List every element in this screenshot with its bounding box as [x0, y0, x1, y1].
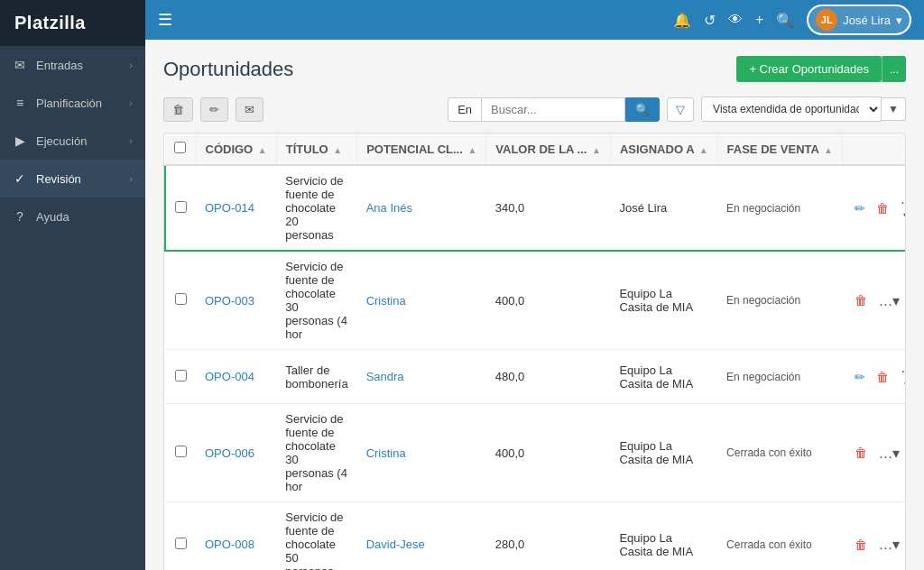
row-fase: Cerrada con éxito	[717, 404, 842, 502]
row-potencial-link[interactable]: David-Jese	[366, 538, 425, 551]
user-name: José Lira	[843, 14, 891, 27]
row-actions-cell: ✏ 🗑 …▾	[842, 350, 906, 404]
sidebar-item-label: Ayuda	[36, 210, 133, 224]
delete-row-button[interactable]: 🗑	[851, 536, 871, 554]
more-row-button[interactable]: …▾	[874, 534, 903, 555]
user-menu[interactable]: JL José Lira ▾	[807, 5, 911, 35]
row-id-link[interactable]: OPO-008	[205, 538, 254, 551]
sort-icon: ▲	[699, 145, 708, 155]
view-select-arrow[interactable]: ▼	[882, 97, 906, 121]
row-checkbox[interactable]	[175, 538, 187, 549]
col-codigo[interactable]: CÓDIGO ▲	[196, 133, 276, 165]
row-id: OPO-006	[196, 404, 276, 502]
search-input[interactable]	[481, 97, 625, 122]
more-row-button[interactable]: …▾	[896, 189, 906, 226]
lang-button[interactable]: En	[448, 97, 481, 122]
sort-icon: ▲	[467, 145, 476, 155]
row-actions-cell: 🗑 …▾	[842, 404, 906, 502]
search-icon[interactable]: 🔍	[776, 12, 794, 29]
entradas-icon: ✉	[13, 58, 27, 72]
row-asignado: Equipo La Casita de MIA	[610, 350, 717, 404]
row-fase: En negociación	[717, 350, 842, 404]
delete-row-button[interactable]: 🗑	[851, 444, 871, 462]
row-id: OPO-014	[196, 165, 276, 251]
more-row-button[interactable]: …▾	[874, 290, 903, 311]
delete-row-button[interactable]: 🗑	[873, 368, 892, 386]
create-oportunidades-button[interactable]: + Crear Oportunidades	[736, 56, 882, 82]
row-titulo: Taller de bombonería	[276, 350, 356, 404]
create-btn-wrapper: + Crear Oportunidades ...	[736, 56, 906, 82]
chevron-right-icon: ›	[129, 173, 133, 184]
row-id-link[interactable]: OPO-004	[205, 370, 254, 383]
row-potencial-link[interactable]: Cristina	[366, 294, 406, 308]
opportunities-table: CÓDIGO ▲ TÍTULO ▲ POTENCIAL CL... ▲ VALO…	[164, 133, 906, 570]
history-icon[interactable]: ↺	[704, 12, 716, 29]
row-id: OPO-008	[196, 502, 276, 571]
row-asignado: José Lira	[610, 165, 717, 251]
view-select[interactable]: Vista extendida de oportunidades [	[701, 97, 882, 122]
view-select-wrapper: Vista extendida de oportunidades [ ▼	[701, 97, 906, 122]
more-row-button[interactable]: …▾	[874, 443, 903, 464]
sidebar-item-label: Ejecución	[36, 134, 129, 148]
search-group: En 🔍	[448, 97, 660, 122]
avatar: JL	[816, 9, 837, 31]
sidebar-item-label: Entradas	[36, 59, 129, 72]
sidebar-item-ejecucion[interactable]: ▶ Ejecución ›	[0, 122, 145, 160]
view-icon[interactable]: 👁	[728, 12, 743, 28]
notification-icon[interactable]: 🔔	[673, 12, 691, 29]
sidebar-item-revision[interactable]: ✓ Revisión ›	[0, 160, 145, 198]
row-checkbox[interactable]	[175, 370, 187, 382]
hamburger-icon[interactable]: ☰	[158, 10, 172, 30]
row-potencial-link[interactable]: Sandra	[366, 370, 404, 383]
row-potencial: Ana Inés	[357, 165, 486, 251]
sidebar-item-ayuda[interactable]: ? Ayuda	[0, 198, 145, 235]
opportunities-table-wrapper: CÓDIGO ▲ TÍTULO ▲ POTENCIAL CL... ▲ VALO…	[163, 133, 906, 570]
search-button[interactable]: 🔍	[625, 97, 660, 122]
row-potencial-link[interactable]: Cristina	[366, 446, 406, 460]
planificacion-icon: ≡	[13, 96, 27, 110]
row-valor: 480,0	[486, 350, 611, 404]
row-valor: 280,0	[486, 502, 611, 571]
edit-toolbar-button[interactable]: ✏	[200, 97, 228, 122]
chevron-right-icon: ›	[129, 97, 133, 108]
row-actions: 🗑 …▾	[851, 290, 906, 311]
filter-button[interactable]: ▽	[667, 97, 694, 122]
create-extra-button[interactable]: ...	[882, 56, 906, 82]
col-valor[interactable]: VALOR DE LA ... ▲	[486, 133, 611, 165]
email-toolbar-button[interactable]: ✉	[236, 97, 263, 122]
col-titulo[interactable]: TÍTULO ▲	[276, 133, 356, 165]
row-checkbox-cell	[165, 502, 196, 571]
edit-row-button[interactable]: ✏	[851, 368, 869, 386]
row-titulo: Servicio de fuente de chocolate 50 perso…	[276, 502, 356, 571]
row-titulo: Servicio de fuente de chocolate 30 perso…	[276, 404, 356, 502]
add-icon[interactable]: +	[755, 12, 763, 28]
col-potencial[interactable]: POTENCIAL CL... ▲	[357, 133, 486, 165]
more-row-button[interactable]: …▾	[896, 358, 906, 395]
col-asignado[interactable]: ASIGNADO A ▲	[610, 133, 717, 165]
row-potencial: Cristina	[357, 251, 486, 350]
row-asignado: Equipo La Casita de MIA	[610, 502, 717, 571]
delete-toolbar-button[interactable]: 🗑	[163, 97, 193, 122]
row-checkbox[interactable]	[175, 446, 187, 457]
row-checkbox[interactable]	[175, 201, 187, 213]
sidebar: Platzilla ✉ Entradas › ≡ Planificación ›…	[0, 0, 145, 570]
row-id-link[interactable]: OPO-006	[205, 446, 254, 460]
row-id-link[interactable]: OPO-014	[205, 201, 254, 215]
sidebar-item-entradas[interactable]: ✉ Entradas ›	[0, 46, 145, 84]
row-id-link[interactable]: OPO-003	[205, 294, 254, 308]
user-dropdown-icon: ▾	[896, 14, 902, 27]
select-all-checkbox[interactable]	[174, 142, 186, 153]
row-checkbox-cell	[165, 165, 196, 251]
ejecucion-icon: ▶	[13, 133, 27, 148]
revision-icon: ✓	[13, 171, 27, 186]
sidebar-item-planificacion[interactable]: ≡ Planificación ›	[0, 84, 145, 122]
row-checkbox[interactable]	[175, 293, 187, 305]
row-actions: ✏ 🗑 …▾	[851, 358, 906, 395]
sidebar-nav: ✉ Entradas › ≡ Planificación › ▶ Ejecuci…	[0, 46, 145, 570]
row-asignado: Equipo La Casita de MIA	[610, 404, 717, 502]
edit-row-button[interactable]: ✏	[851, 199, 869, 217]
col-fase[interactable]: FASE DE VENTA ▲	[717, 133, 842, 165]
row-potencial-link[interactable]: Ana Inés	[366, 201, 412, 215]
delete-row-button[interactable]: 🗑	[851, 291, 871, 309]
delete-row-button[interactable]: 🗑	[873, 199, 892, 217]
